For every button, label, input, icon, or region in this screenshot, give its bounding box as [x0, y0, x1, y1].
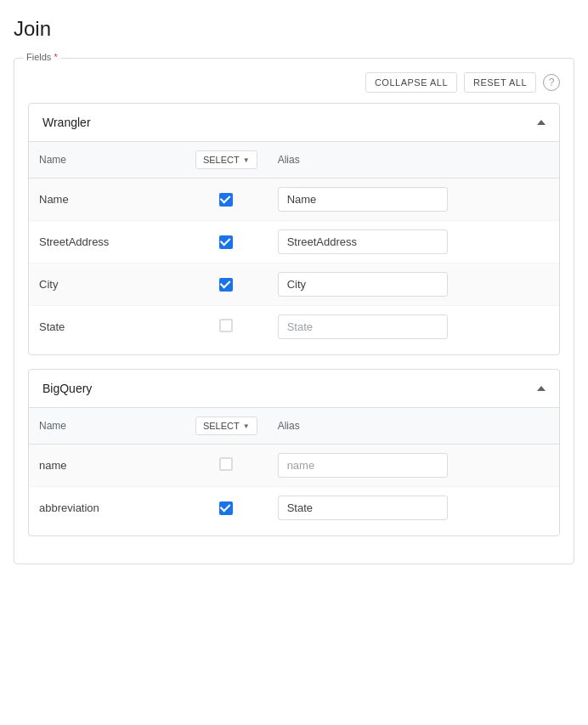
checkbox-cell	[185, 178, 268, 221]
fields-section: Fields * COLLAPSE ALL RESET ALL ? Wrangl…	[14, 58, 574, 564]
alias-cell	[268, 178, 559, 221]
required-marker: *	[54, 52, 57, 62]
bigquery-block: BigQuery Name SELECT ▼ Alias	[28, 369, 560, 536]
bigquery-collapse-icon	[537, 386, 546, 391]
wrangler-header[interactable]: Wrangler	[29, 104, 559, 141]
wrangler-alias-col-header: Alias	[268, 142, 559, 178]
checkbox-cell	[185, 445, 268, 487]
help-icon[interactable]: ?	[543, 74, 560, 91]
wrangler-select-dropdown[interactable]: SELECT ▼	[195, 150, 257, 169]
reset-all-button[interactable]: RESET ALL	[464, 72, 536, 93]
alias-input[interactable]	[278, 453, 448, 478]
alias-cell	[268, 306, 559, 348]
bigquery-header[interactable]: BigQuery	[29, 370, 559, 407]
row-checkbox[interactable]	[219, 457, 233, 471]
table-row: StreetAddress	[29, 221, 559, 263]
checkbox-cell	[185, 221, 268, 263]
toolbar: COLLAPSE ALL RESET ALL ?	[28, 72, 560, 93]
bigquery-select-col-header: SELECT ▼	[185, 408, 268, 445]
bigquery-title: BigQuery	[42, 382, 92, 395]
table-row: City	[29, 263, 559, 306]
table-row: State	[29, 306, 559, 348]
field-name: StreetAddress	[29, 221, 185, 263]
alias-input[interactable]	[278, 272, 448, 297]
checkbox-cell	[185, 306, 268, 348]
wrangler-collapse-icon	[537, 120, 546, 125]
alias-input[interactable]	[278, 229, 448, 254]
row-checkbox[interactable]	[219, 501, 233, 515]
fields-label: Fields *	[23, 52, 61, 62]
select-arrow-icon: ▼	[243, 156, 250, 164]
checkbox-cell	[185, 263, 268, 306]
wrangler-name-col-header: Name	[29, 142, 185, 178]
wrangler-title: Wrangler	[42, 116, 91, 129]
bigquery-table: Name SELECT ▼ Alias name	[29, 407, 559, 529]
field-name: Name	[29, 178, 185, 221]
table-row: abbreviation	[29, 487, 559, 530]
row-checkbox[interactable]	[219, 193, 233, 207]
alias-input[interactable]	[278, 496, 448, 520]
wrangler-table: Name SELECT ▼ Alias Name	[29, 141, 559, 348]
wrangler-content: Name SELECT ▼ Alias Name	[29, 141, 559, 354]
bigquery-select-dropdown[interactable]: SELECT ▼	[195, 416, 257, 435]
field-name: abbreviation	[29, 487, 185, 530]
bigquery-content: Name SELECT ▼ Alias name	[29, 407, 559, 535]
select-arrow-icon: ▼	[243, 422, 250, 430]
row-checkbox[interactable]	[219, 235, 233, 249]
alias-cell	[268, 445, 559, 487]
alias-input[interactable]	[278, 314, 448, 339]
field-name: City	[29, 263, 185, 306]
wrangler-block: Wrangler Name SELECT ▼ Alias	[28, 103, 560, 355]
page-title: Join	[14, 17, 574, 41]
field-name: name	[29, 445, 185, 487]
alias-input[interactable]	[278, 187, 448, 212]
alias-cell	[268, 263, 559, 306]
bigquery-name-col-header: Name	[29, 408, 185, 445]
alias-cell	[268, 487, 559, 530]
bigquery-alias-col-header: Alias	[268, 408, 559, 445]
row-checkbox[interactable]	[219, 278, 233, 292]
table-row: name	[29, 445, 559, 487]
row-checkbox[interactable]	[219, 319, 233, 332]
table-row: Name	[29, 178, 559, 221]
field-name: State	[29, 306, 185, 348]
checkbox-cell	[185, 487, 268, 530]
alias-cell	[268, 221, 559, 263]
wrangler-select-col-header: SELECT ▼	[185, 142, 268, 178]
collapse-all-button[interactable]: COLLAPSE ALL	[365, 72, 457, 93]
